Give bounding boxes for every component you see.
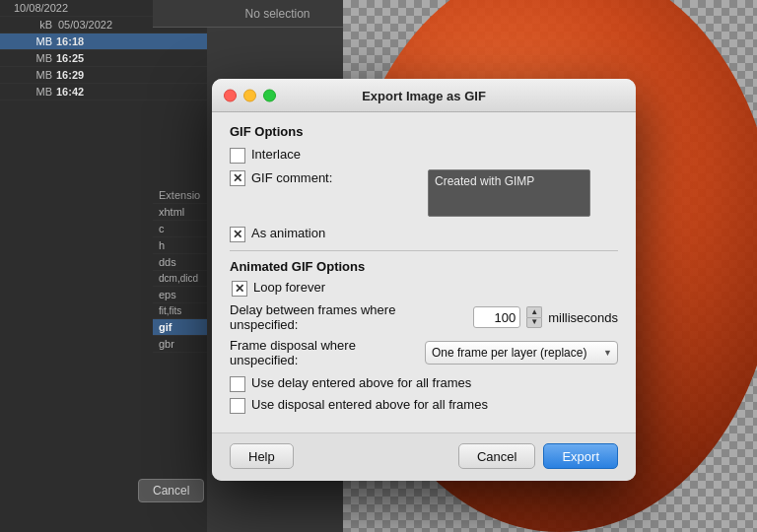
dialog-titlebar: Export Image as GIF [212, 79, 636, 112]
interlace-row: Interlace [230, 147, 618, 164]
dialog-footer: Help Cancel Export [212, 432, 636, 481]
use-delay-checkbox[interactable] [230, 376, 245, 392]
delay-row: Delay between frames where unspecified: … [230, 302, 618, 332]
use-disposal-checkbox[interactable] [230, 398, 245, 414]
delay-stepper: ▲ ▼ [526, 306, 542, 328]
gif-comment-input[interactable]: Created with GIMP [428, 169, 590, 217]
interlace-checkbox[interactable] [230, 148, 245, 164]
frame-disposal-row: Frame disposal where unspecified: One fr… [230, 338, 618, 367]
ext-item-dds[interactable]: dds [153, 254, 207, 271]
loop-forever-checkbox[interactable]: ✕ [232, 281, 247, 297]
stepper-down-button[interactable]: ▼ [526, 317, 542, 329]
use-disposal-label: Use disposal entered above for all frame… [251, 397, 488, 414]
milliseconds-label: milliseconds [548, 310, 618, 325]
as-animation-label: As animation [251, 226, 325, 242]
export-gif-dialog: Export Image as GIF GIF Options Interlac… [212, 79, 636, 481]
gif-options-title: GIF Options [230, 124, 618, 139]
delay-input[interactable] [473, 306, 520, 328]
dialog-title: Export Image as GIF [362, 89, 486, 103]
help-button[interactable]: Help [230, 443, 294, 469]
comment-input-area: Created with GIMP [428, 169, 618, 220]
stepper-up-button[interactable]: ▲ [526, 306, 542, 317]
minimize-button[interactable] [243, 89, 256, 101]
gif-comment-checkbox[interactable]: ✕ [230, 170, 245, 186]
disposal-label: Frame disposal where unspecified: [230, 338, 419, 367]
ext-item-h[interactable]: h [153, 237, 207, 254]
ext-item-eps[interactable]: eps [153, 287, 207, 303]
use-disposal-row: Use disposal entered above for all frame… [230, 397, 618, 414]
maximize-button[interactable] [263, 89, 276, 101]
interlace-label: Interlace [251, 147, 301, 164]
file-row[interactable]: MB 16:42 [0, 84, 207, 100]
use-delay-label: Use delay entered above for all frames [251, 375, 471, 392]
disposal-select[interactable]: One frame per layer (replace) One frame … [425, 341, 618, 365]
disposal-select-wrapper: One frame per layer (replace) One frame … [425, 341, 618, 365]
use-delay-row: Use delay entered above for all frames [230, 375, 618, 392]
file-row[interactable]: MB 16:29 [0, 67, 207, 84]
ext-header: Extensio [153, 187, 207, 204]
close-button[interactable] [224, 89, 237, 101]
as-animation-checkbox[interactable]: ✕ [230, 227, 245, 242]
file-row-selected[interactable]: MB 16:18 [0, 33, 207, 50]
ext-item-c[interactable]: c [153, 221, 207, 237]
gif-comment-label: GIF comment: [251, 170, 332, 187]
ext-item-gbr[interactable]: gbr [153, 336, 207, 353]
dialog-body: GIF Options Interlace ✕ GIF comment: Cre… [212, 112, 636, 432]
animated-gif-options-title: Animated GIF Options [230, 259, 618, 274]
as-animation-row: ✕ As animation [230, 226, 618, 242]
divider [230, 250, 618, 251]
file-row[interactable]: MB 16:25 [0, 50, 207, 67]
gif-comment-row: ✕ GIF comment: Created with GIMP [230, 169, 618, 220]
delay-label: Delay between frames where unspecified: [230, 302, 467, 332]
ext-item-gif[interactable]: gif [153, 319, 207, 336]
traffic-lights [224, 89, 276, 101]
left-cancel-button[interactable]: Cancel [138, 479, 204, 502]
ext-item-xhtml[interactable]: xhtml [153, 204, 207, 221]
extension-column: Extensio xhtml c h dds dcm,dicd eps fit,… [153, 187, 207, 353]
action-buttons: Cancel Export [458, 443, 618, 469]
ext-item-dcm[interactable]: dcm,dicd [153, 271, 207, 287]
loop-forever-label: Loop forever [253, 280, 325, 297]
cancel-button[interactable]: Cancel [458, 443, 535, 469]
export-button[interactable]: Export [543, 443, 618, 469]
ext-item-fit[interactable]: fit,fits [153, 303, 207, 319]
loop-forever-row: ✕ Loop forever [232, 280, 618, 297]
